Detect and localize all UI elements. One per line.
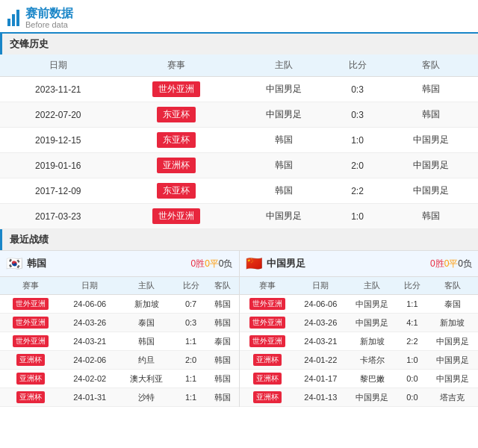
recent-event-badge: 亚洲杯 — [16, 391, 45, 403]
recent-event-badge: 世外亚洲 — [13, 335, 49, 347]
history-col-header: 客队 — [384, 55, 478, 77]
recent-home: 新加坡 — [118, 295, 175, 314]
recent-row: 世外亚洲24-03-26泰国0:3韩国 — [0, 314, 239, 332]
recent-event-badge: 亚洲杯 — [253, 354, 282, 366]
recent-score: 1:0 — [398, 351, 427, 370]
recent-col-header: 比分 — [398, 277, 427, 295]
recent-date: 24-03-21 — [61, 332, 118, 351]
recent-score: 0:3 — [175, 314, 207, 332]
history-score: 2:0 — [331, 153, 385, 178]
recent-date: 24-01-22 — [295, 351, 347, 370]
left-team-record: 0胜0平0负 — [190, 258, 232, 270]
recent-away: 中国男足 — [426, 351, 478, 370]
history-col-header: 比分 — [331, 55, 385, 77]
recent-section-title: 最近战绩 — [0, 229, 478, 250]
left-team-flag: 🇰🇷 — [6, 255, 22, 272]
recent-away: 新加坡 — [426, 314, 478, 332]
recent-date: 24-03-26 — [295, 314, 347, 332]
recent-row: 亚洲杯24-01-22卡塔尔1:0中国男足 — [240, 351, 479, 370]
recent-row: 亚洲杯24-02-02澳大利亚1:1韩国 — [0, 370, 239, 388]
recent-row: 世外亚洲24-03-26中国男足4:1新加坡 — [240, 314, 479, 332]
history-row: 2019-01-16亚洲杯韩国2:0中国男足 — [0, 153, 478, 178]
history-home: 韩国 — [237, 178, 331, 204]
recent-away: 泰国 — [207, 332, 239, 351]
history-date: 2023-11-21 — [0, 77, 117, 102]
recent-away: 韩国 — [207, 388, 239, 407]
brand-subtitle: Before data — [25, 20, 73, 29]
recent-home: 沙特 — [118, 388, 175, 407]
recent-home: 卡塔尔 — [347, 351, 398, 370]
recent-score: 0:7 — [175, 295, 207, 314]
recent-row: 亚洲杯24-01-31沙特1:1韩国 — [0, 388, 239, 407]
history-home: 韩国 — [237, 153, 331, 178]
history-date: 2017-12-09 — [0, 178, 117, 204]
history-away: 中国男足 — [384, 153, 478, 178]
history-row: 2022-07-20东亚杯中国男足0:3韩国 — [0, 102, 478, 128]
recent-away: 塔吉克 — [426, 388, 478, 407]
recent-col-header: 比分 — [175, 277, 207, 295]
history-row: 2023-11-21世外亚洲中国男足0:3韩国 — [0, 77, 478, 102]
history-away: 韩国 — [384, 77, 478, 102]
history-row: 2017-03-23世外亚洲中国男足1:0韩国 — [0, 204, 478, 229]
recent-score: 1:1 — [175, 332, 207, 351]
recent-date: 24-02-06 — [61, 351, 118, 370]
right-recent-half: 赛事日期主队比分客队 世外亚洲24-06-06中国男足1:1泰国世外亚洲24-0… — [239, 277, 479, 407]
recent-col-header: 赛事 — [0, 277, 61, 295]
event-badge: 亚洲杯 — [157, 158, 196, 173]
left-team-block: 🇰🇷 韩国 0胜0平0负 — [0, 251, 239, 276]
recent-away: 韩国 — [207, 314, 239, 332]
recent-away: 中国男足 — [426, 370, 478, 388]
recent-event-badge: 亚洲杯 — [16, 354, 45, 366]
recent-score: 2:0 — [175, 351, 207, 370]
event-badge: 东亚杯 — [157, 107, 196, 122]
recent-home: 黎巴嫩 — [347, 370, 398, 388]
history-col-header: 主队 — [237, 55, 331, 77]
history-date: 2017-03-23 — [0, 204, 117, 229]
history-date: 2019-01-16 — [0, 153, 117, 178]
recent-score: 1:1 — [398, 295, 427, 314]
recent-date: 24-01-13 — [295, 388, 347, 407]
history-home: 中国男足 — [237, 102, 331, 128]
brand-title: 赛前数据 — [25, 6, 73, 20]
history-away: 中国男足 — [384, 128, 478, 153]
recent-row: 世外亚洲24-03-21韩国1:1泰国 — [0, 332, 239, 351]
recent-col-header: 客队 — [426, 277, 478, 295]
recent-row: 世外亚洲24-03-21新加坡2:2中国男足 — [240, 332, 479, 351]
recent-home: 韩国 — [118, 332, 175, 351]
recent-away: 中国男足 — [426, 332, 478, 351]
recent-col-header: 主队 — [118, 277, 175, 295]
recent-col-header: 日期 — [295, 277, 347, 295]
history-row: 2019-12-15东亚杯韩国1:0中国男足 — [0, 128, 478, 153]
history-score: 1:0 — [331, 204, 385, 229]
recent-home: 中国男足 — [347, 314, 398, 332]
history-score: 1:0 — [331, 128, 385, 153]
recent-row: 世外亚洲24-06-06新加坡0:7韩国 — [0, 295, 239, 314]
recent-away: 韩国 — [207, 370, 239, 388]
recent-date: 24-03-21 — [295, 332, 347, 351]
history-date: 2022-07-20 — [0, 102, 117, 128]
recent-row: 世外亚洲24-06-06中国男足1:1泰国 — [240, 295, 479, 314]
brand-text: 赛前数据 Before data — [25, 6, 73, 29]
recent-home: 新加坡 — [347, 332, 398, 351]
recent-away: 韩国 — [207, 351, 239, 370]
history-row: 2017-12-09东亚杯韩国2:2中国男足 — [0, 178, 478, 204]
recent-away: 泰国 — [426, 295, 478, 314]
recent-score: 1:1 — [175, 388, 207, 407]
history-table: 日期赛事主队比分客队 2023-11-21世外亚洲中国男足0:3韩国2022-0… — [0, 55, 478, 229]
history-section-title: 交锋历史 — [0, 34, 478, 55]
recent-row: 亚洲杯24-01-13中国男足0:0塔吉克 — [240, 388, 479, 407]
right-team-block: 🇨🇳 中国男足 0胜0平0负 — [239, 251, 479, 276]
event-badge: 世外亚洲 — [152, 208, 200, 224]
recent-date: 24-02-02 — [61, 370, 118, 388]
recent-event-badge: 世外亚洲 — [249, 317, 285, 329]
recent-home: 澳大利亚 — [118, 370, 175, 388]
recent-header: 🇰🇷 韩国 0胜0平0负 🇨🇳 中国男足 0胜0平0负 — [0, 250, 478, 277]
event-badge: 世外亚洲 — [152, 81, 200, 97]
recent-score: 2:2 — [398, 332, 427, 351]
recent-score: 4:1 — [398, 314, 427, 332]
history-home: 韩国 — [237, 128, 331, 153]
recent-row: 亚洲杯24-01-17黎巴嫩0:0中国男足 — [240, 370, 479, 388]
history-score: 2:2 — [331, 178, 385, 204]
history-away: 韩国 — [384, 204, 478, 229]
recent-home: 中国男足 — [347, 295, 398, 314]
